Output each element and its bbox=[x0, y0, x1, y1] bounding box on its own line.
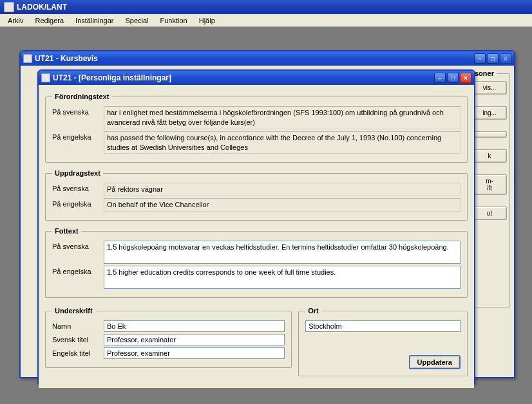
forordningstext-group: Förordningstext På svenska har i enlighe… bbox=[45, 93, 468, 163]
minimize-button[interactable]: – bbox=[474, 53, 486, 64]
window-icon bbox=[23, 54, 32, 63]
workspace: UT21 - Kursbevis – □ × soner vis... ing.… bbox=[0, 27, 532, 404]
update-button[interactable]: Uppdatera bbox=[409, 355, 461, 369]
fottext-en-label: På engelska bbox=[52, 266, 104, 275]
uppdrag-en-value: On behalf of the Vice Chancellor bbox=[104, 198, 461, 212]
underskrift-group: Underskrift Namn Svensk titel Engelsk ti… bbox=[45, 307, 292, 368]
uppdrag-en-label: På engelska bbox=[52, 198, 104, 208]
menubar: Arkiv Redigera Inställningar Special Fun… bbox=[0, 14, 532, 27]
forord-en-label: På engelska bbox=[52, 131, 104, 141]
forord-en-value: has passed the following course(s), in a… bbox=[104, 131, 461, 154]
underskrift-legend: Underskrift bbox=[52, 307, 95, 315]
menu-funktion[interactable]: Funktion bbox=[155, 15, 193, 26]
fottext-sv-input[interactable] bbox=[104, 241, 461, 264]
menu-arkiv[interactable]: Arkiv bbox=[3, 15, 28, 26]
menu-special[interactable]: Special bbox=[120, 15, 153, 26]
ort-legend: Ort bbox=[305, 307, 321, 315]
side-button-4[interactable]: k bbox=[472, 149, 507, 163]
ort-group: Ort Uppdatera bbox=[298, 307, 468, 376]
window-kursbevis-titlebar[interactable]: UT21 - Kursbevis – □ × bbox=[21, 51, 514, 66]
window-kursbevis-title: UT21 - Kursbevis bbox=[35, 54, 98, 63]
uppdragstext-group: Uppdragstext På svenska På rektors vägna… bbox=[45, 169, 468, 221]
forord-sv-value: har i enlighet med bestämmelserna i högs… bbox=[104, 106, 461, 129]
window-icon bbox=[41, 73, 50, 82]
fottext-group: Fottext På svenska På engelska bbox=[45, 227, 468, 298]
maximize-button[interactable]: □ bbox=[487, 53, 499, 64]
underskrift-entitle-label: Engelsk titel bbox=[52, 347, 104, 357]
app-titlebar: LADOK/LANT bbox=[0, 0, 532, 14]
underskrift-name-label: Namn bbox=[52, 320, 104, 330]
minimize-button[interactable]: – bbox=[434, 73, 446, 83]
app-title: LADOK/LANT bbox=[17, 3, 67, 12]
fottext-legend: Fottext bbox=[52, 227, 81, 235]
uppdrag-sv-value: På rektors vägnar bbox=[104, 183, 461, 196]
side-button-2[interactable]: ing... bbox=[472, 106, 507, 120]
menu-redigera[interactable]: Redigera bbox=[30, 15, 69, 26]
underskrift-name-input[interactable] bbox=[104, 320, 285, 332]
fottext-sv-label: På svenska bbox=[52, 241, 104, 250]
app-icon bbox=[4, 2, 14, 12]
soner-legend: soner bbox=[472, 69, 497, 77]
forord-sv-label: På svenska bbox=[52, 106, 104, 116]
window-settings-title: UT21 - [Personliga inställningar] bbox=[53, 73, 171, 82]
window-settings: UT21 - [Personliga inställningar] – □ × … bbox=[37, 69, 475, 385]
uppdrag-sv-label: På svenska bbox=[52, 183, 104, 192]
side-button-5[interactable]: m- ift bbox=[472, 174, 507, 195]
side-button-1[interactable]: vis... bbox=[472, 81, 507, 95]
underskrift-svtitle-input[interactable] bbox=[104, 334, 285, 345]
fottext-en-input[interactable] bbox=[104, 266, 461, 289]
uppdragstext-legend: Uppdragstext bbox=[52, 169, 103, 177]
ort-input[interactable] bbox=[305, 320, 461, 332]
underskrift-entitle-input[interactable] bbox=[104, 347, 285, 359]
forordningstext-legend: Förordningstext bbox=[52, 93, 111, 100]
maximize-button[interactable]: □ bbox=[447, 73, 459, 83]
side-button-3[interactable] bbox=[472, 131, 507, 138]
close-button[interactable]: × bbox=[460, 73, 471, 83]
window-settings-titlebar[interactable]: UT21 - [Personliga inställningar] – □ × bbox=[39, 71, 474, 85]
menu-hjalp[interactable]: Hjälp bbox=[194, 15, 220, 26]
side-button-6[interactable]: ut bbox=[472, 207, 507, 220]
close-button: × bbox=[500, 53, 511, 64]
menu-installningar[interactable]: Inställningar bbox=[70, 15, 119, 26]
underskrift-svtitle-label: Svensk titel bbox=[52, 334, 104, 344]
